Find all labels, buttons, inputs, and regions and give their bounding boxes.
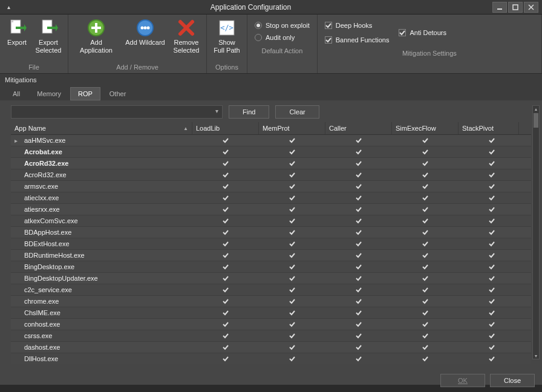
export-selected-button[interactable]: Export Selected [34,17,63,56]
col-header-memprot[interactable]: MemProt [259,122,325,134]
check-cell[interactable] [259,194,325,201]
scroll-down-icon[interactable]: ▾ [533,353,539,359]
check-cell[interactable] [192,160,259,167]
check-cell[interactable] [192,240,259,247]
check-cell[interactable] [392,137,459,144]
check-cell[interactable] [392,309,459,316]
tab-all[interactable]: All [5,87,28,100]
check-cell[interactable] [325,332,392,339]
table-row[interactable]: BDRuntimeHost.exe [11,250,531,261]
anti-detours-checkbox[interactable]: Anti Detours [399,22,446,44]
check-cell[interactable] [192,137,259,144]
clear-button[interactable]: Clear [275,105,319,119]
check-cell[interactable] [259,275,325,282]
check-cell[interactable] [192,275,259,282]
col-header-appname[interactable]: App Name▲ [11,122,192,134]
check-cell[interactable] [259,252,325,259]
check-cell[interactable] [392,286,459,293]
check-cell[interactable] [259,148,325,155]
check-cell[interactable] [192,183,259,190]
audit-only-radio[interactable]: Audit only [255,34,310,41]
check-cell[interactable] [459,206,525,213]
check-cell[interactable] [259,309,325,316]
check-cell[interactable] [259,160,325,167]
check-cell[interactable] [192,298,259,305]
table-row[interactable]: BingDesktopUpdater.exe [11,273,531,284]
check-cell[interactable] [259,263,325,270]
check-cell[interactable] [259,206,325,213]
table-row[interactable]: AcroRd32.exe [11,169,531,181]
check-cell[interactable] [259,355,325,362]
check-cell[interactable] [259,321,325,328]
check-cell[interactable] [192,286,259,293]
check-cell[interactable] [392,332,459,339]
table-row[interactable]: ChsIME.exe [11,307,531,319]
col-header-caller[interactable]: Caller [325,122,392,134]
show-full-path-button[interactable]: </> Show Full Path [212,17,242,56]
check-cell[interactable] [459,332,525,339]
table-row[interactable]: c2c_service.exe [11,284,531,296]
check-cell[interactable] [392,206,459,213]
check-cell[interactable] [325,194,392,201]
table-row[interactable]: AcroRd32.exe [11,158,531,169]
check-cell[interactable] [392,160,459,167]
check-cell[interactable] [259,240,325,247]
check-cell[interactable] [325,321,392,328]
add-wildcard-button[interactable]: Add Wildcard [124,17,166,48]
banned-functions-checkbox[interactable]: Banned Functions [325,36,390,44]
check-cell[interactable] [392,183,459,190]
check-cell[interactable] [192,332,259,339]
check-cell[interactable] [459,137,525,144]
check-cell[interactable] [392,171,459,178]
check-cell[interactable] [392,263,459,270]
check-cell[interactable] [459,171,525,178]
check-cell[interactable] [325,298,392,305]
check-cell[interactable] [325,137,392,144]
check-cell[interactable] [192,194,259,201]
check-cell[interactable] [192,171,259,178]
col-header-simexecflow[interactable]: SimExecFlow [392,122,459,134]
check-cell[interactable] [325,309,392,316]
check-cell[interactable] [259,171,325,178]
table-row[interactable]: DllHost.exe [11,353,531,364]
check-cell[interactable] [459,298,525,305]
table-row[interactable]: conhost.exe [11,319,531,330]
check-cell[interactable] [259,332,325,339]
col-header-stackpivot[interactable]: StackPivot [459,122,519,134]
check-cell[interactable] [459,286,525,293]
grid-body[interactable]: ▸aaHMSvc.exeAcrobat.exeAcroRd32.exeAcroR… [11,135,531,364]
check-cell[interactable] [325,217,392,224]
check-cell[interactable] [192,206,259,213]
check-cell[interactable] [192,252,259,259]
check-cell[interactable] [325,240,392,247]
check-cell[interactable] [459,229,525,236]
check-cell[interactable] [459,194,525,201]
check-cell[interactable] [192,229,259,236]
add-application-button[interactable]: Add Application [73,17,119,56]
check-cell[interactable] [459,183,525,190]
check-cell[interactable] [392,344,459,351]
check-cell[interactable] [392,148,459,155]
check-cell[interactable] [459,240,525,247]
check-cell[interactable] [392,229,459,236]
find-button[interactable]: Find [229,105,269,119]
check-cell[interactable] [459,217,525,224]
check-cell[interactable] [192,355,259,362]
search-combo[interactable] [11,105,223,119]
check-cell[interactable] [459,160,525,167]
check-cell[interactable] [392,355,459,362]
check-cell[interactable] [259,229,325,236]
check-cell[interactable] [192,321,259,328]
table-row[interactable]: atieclxx.exe [11,192,531,204]
check-cell[interactable] [325,171,392,178]
check-cell[interactable] [459,148,525,155]
check-cell[interactable] [459,263,525,270]
check-cell[interactable] [192,309,259,316]
check-cell[interactable] [259,137,325,144]
check-cell[interactable] [459,355,525,362]
check-cell[interactable] [325,344,392,351]
check-cell[interactable] [392,252,459,259]
check-cell[interactable] [325,263,392,270]
check-cell[interactable] [325,160,392,167]
check-cell[interactable] [325,183,392,190]
